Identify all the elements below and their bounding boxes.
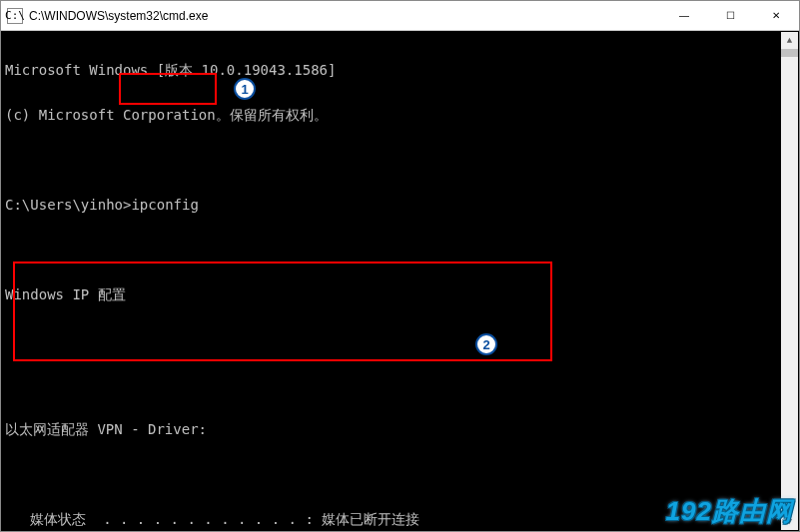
blank-line: [5, 243, 795, 258]
close-button[interactable]: ✕: [753, 1, 799, 30]
minimize-button[interactable]: —: [661, 1, 707, 30]
copyright-line: (c) Microsoft Corporation。保留所有权利。: [5, 108, 795, 123]
prompt-line: C:\Users\yinho>ipconfig: [5, 198, 795, 213]
terminal-output[interactable]: Microsoft Windows [版本 10.0.19043.1586] (…: [1, 31, 799, 531]
window-controls: — ☐ ✕: [661, 1, 799, 30]
scrollbar-track[interactable]: [781, 49, 798, 513]
blank-line: [5, 467, 795, 482]
adapter-media-state: 媒体状态 . . . . . . . . . . . . : 媒体已断开连接: [5, 512, 795, 527]
window-title: C:\WINDOWS\system32\cmd.exe: [29, 9, 661, 23]
vertical-scrollbar[interactable]: ▲ ▼: [781, 32, 798, 530]
prompt-command: ipconfig: [131, 197, 198, 213]
blank-line: [5, 377, 795, 392]
adapter-title: 以太网适配器 VPN - Driver:: [5, 422, 795, 437]
scroll-down-button[interactable]: ▼: [781, 513, 798, 530]
blank-line: [5, 332, 795, 347]
ipconfig-header: Windows IP 配置: [5, 287, 795, 302]
banner-line: Microsoft Windows [版本 10.0.19043.1586]: [5, 63, 795, 78]
cmd-icon: C:\: [7, 8, 23, 24]
window-titlebar: C:\ C:\WINDOWS\system32\cmd.exe — ☐ ✕: [1, 1, 799, 31]
prompt-path: C:\Users\yinho>: [5, 197, 131, 213]
scrollbar-thumb[interactable]: [781, 49, 798, 57]
scroll-up-button[interactable]: ▲: [781, 32, 798, 49]
maximize-button[interactable]: ☐: [707, 1, 753, 30]
blank-line: [5, 153, 795, 168]
